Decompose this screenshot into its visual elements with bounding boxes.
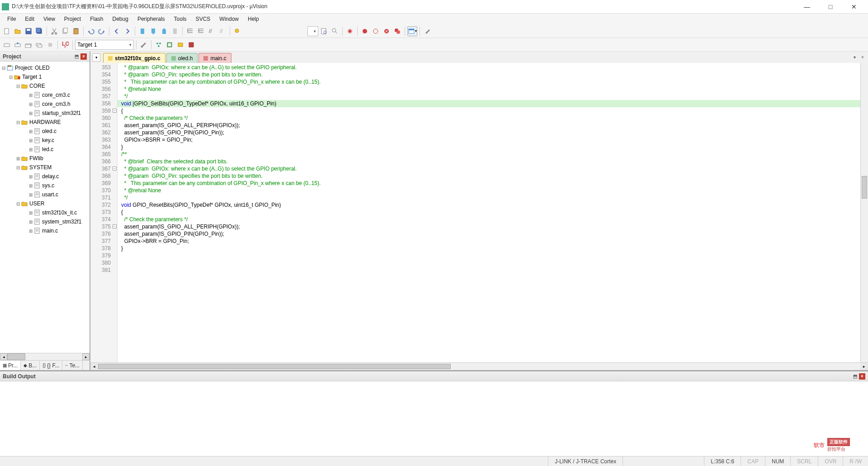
svg-rect-59 xyxy=(35,210,39,215)
save-all-icon[interactable] xyxy=(34,26,44,36)
tree-node[interactable]: ⊞core_cm3.h xyxy=(1,100,89,109)
menu-flash[interactable]: Flash xyxy=(85,14,108,24)
window-list-icon[interactable]: ▾ xyxy=(407,26,417,36)
build-output-body[interactable]: 软市 正版软件 折扣平台 xyxy=(0,381,868,456)
editor-tab[interactable]: oled.h xyxy=(166,53,198,63)
build-icon[interactable] xyxy=(13,40,23,50)
stop-build-icon[interactable] xyxy=(45,40,55,50)
minimize-button[interactable]: — xyxy=(799,2,815,12)
tree-node[interactable]: ⊟CORE xyxy=(1,81,89,90)
menu-project[interactable]: Project xyxy=(60,14,85,24)
new-file-icon[interactable] xyxy=(2,26,12,36)
cut-icon[interactable] xyxy=(49,26,59,36)
manage-rte-icon[interactable] xyxy=(165,40,175,50)
menu-debug[interactable]: Debug xyxy=(108,14,133,24)
maximize-button[interactable]: □ xyxy=(823,2,838,12)
bookmark-next-icon[interactable] xyxy=(159,26,169,36)
editor-tab[interactable]: main.c xyxy=(198,53,231,63)
menu-edit[interactable]: Edit xyxy=(20,14,39,24)
close-button[interactable]: ✕ xyxy=(846,2,862,12)
pack-installer-icon[interactable] xyxy=(186,40,196,50)
tree-node[interactable]: ⊞led.c xyxy=(1,145,89,154)
editor-vscrollbar[interactable] xyxy=(860,63,868,362)
outdent-icon[interactable] xyxy=(196,26,206,36)
redo-icon[interactable] xyxy=(97,26,107,36)
code-editor[interactable]: 3533543553563573583593603613623633643653… xyxy=(90,63,868,362)
breakpoint-kill-icon[interactable] xyxy=(382,26,392,36)
menu-view[interactable]: View xyxy=(39,14,60,24)
tree-node[interactable]: ⊞system_stm32f1 xyxy=(1,217,89,226)
tab-nav-icon[interactable]: ▾ xyxy=(92,53,100,62)
comment-icon[interactable]: // xyxy=(207,26,217,36)
tree-node[interactable]: ⊞main.c xyxy=(1,226,89,235)
panel-close-icon[interactable]: × xyxy=(859,373,865,380)
status-debugger: J-LINK / J-TRACE Cortex xyxy=(548,456,623,466)
tree-node[interactable]: ⊟Target 1 xyxy=(1,72,89,81)
pin-icon[interactable]: ⬒ xyxy=(852,373,858,380)
configure-icon[interactable] xyxy=(422,26,432,36)
bookmark-toggle-icon[interactable] xyxy=(137,26,147,36)
select-pack-icon[interactable] xyxy=(175,40,185,50)
project-tree[interactable]: ⊟Project: OLED⊟Target 1⊟CORE⊞core_cm3.c⊞… xyxy=(0,62,90,353)
tab-dropdown-icon[interactable]: ▾ xyxy=(851,53,858,61)
find-icon[interactable] xyxy=(232,26,242,36)
bookmark-prev-icon[interactable] xyxy=(148,26,158,36)
tab-close-icon[interactable]: × xyxy=(859,53,866,61)
find-in-files-icon[interactable] xyxy=(319,26,329,36)
options-icon[interactable] xyxy=(139,40,149,50)
breakpoint-killall-icon[interactable] xyxy=(392,26,402,36)
tree-node[interactable]: ⊞key.c xyxy=(1,136,89,145)
tree-node[interactable]: ⊞sys.c xyxy=(1,181,89,190)
tree-node[interactable]: ⊟SYSTEM xyxy=(1,163,89,172)
nav-back-icon[interactable] xyxy=(112,26,122,36)
incremental-find-icon[interactable] xyxy=(330,26,340,36)
tree-node[interactable]: ⊞FWlib xyxy=(1,154,89,163)
menu-window[interactable]: Window xyxy=(215,14,243,24)
uncomment-icon[interactable]: // xyxy=(217,26,227,36)
menu-peripherals[interactable]: Peripherals xyxy=(133,14,170,24)
tree-node[interactable]: ⊞core_cm3.c xyxy=(1,90,89,100)
tree-node[interactable]: ⊟HARDWARE xyxy=(1,118,89,127)
target-combo[interactable]: Target 1▾ xyxy=(75,40,134,50)
tree-node[interactable]: ⊞startup_stm32f1 xyxy=(1,109,89,118)
panel-close-icon[interactable]: × xyxy=(80,53,87,60)
svg-rect-35 xyxy=(38,45,42,47)
tree-node[interactable]: ⊞usart.c xyxy=(1,190,89,199)
download-icon[interactable]: LOAD xyxy=(60,40,70,50)
debug-icon[interactable] xyxy=(345,26,355,36)
pin-icon[interactable]: ⬒ xyxy=(73,53,80,60)
panel-tab[interactable]: ⎓Te... xyxy=(62,361,83,370)
tree-node[interactable]: ⊞delay.c xyxy=(1,172,89,181)
manage-multi-icon[interactable] xyxy=(154,40,164,50)
rebuild-icon[interactable] xyxy=(24,40,33,50)
nav-forward-icon[interactable] xyxy=(123,26,132,36)
undo-icon[interactable] xyxy=(86,26,96,36)
tree-node[interactable]: ⊟USER xyxy=(1,199,89,208)
save-icon[interactable] xyxy=(24,26,33,36)
editor-hscrollbar[interactable]: ◂▸ xyxy=(90,362,868,370)
svg-rect-58 xyxy=(35,192,39,197)
find-combo[interactable]: ▾ xyxy=(307,26,318,36)
menu-svcs[interactable]: SVCS xyxy=(191,14,215,24)
panel-tab[interactable]: ◆B... xyxy=(21,361,40,370)
copy-icon[interactable] xyxy=(60,26,70,36)
indent-icon[interactable] xyxy=(185,26,195,36)
bookmark-clear-icon[interactable] xyxy=(170,26,180,36)
breakpoint-insert-icon[interactable] xyxy=(360,26,370,36)
paste-icon[interactable] xyxy=(71,26,81,36)
panel-tab[interactable]: {}{} F... xyxy=(40,361,62,370)
menu-file[interactable]: File xyxy=(3,14,20,24)
panel-tab[interactable]: ▦Pr... xyxy=(0,361,21,370)
menu-help[interactable]: Help xyxy=(243,14,264,24)
translate-icon[interactable] xyxy=(2,40,12,50)
svg-rect-44 xyxy=(178,43,183,47)
menu-tools[interactable]: Tools xyxy=(170,14,191,24)
breakpoint-disable-icon[interactable] xyxy=(371,26,381,36)
tree-node[interactable]: ⊞stm32f10x_it.c xyxy=(1,208,89,217)
open-icon[interactable] xyxy=(13,26,23,36)
tree-node[interactable]: ⊟Project: OLED xyxy=(1,63,89,72)
tree-node[interactable]: ⊞oled.c xyxy=(1,127,89,136)
tree-hscrollbar[interactable]: ◂▸ xyxy=(0,353,90,360)
batch-build-icon[interactable] xyxy=(34,40,44,50)
editor-tab[interactable]: stm32f10x_gpio.c xyxy=(103,53,165,63)
